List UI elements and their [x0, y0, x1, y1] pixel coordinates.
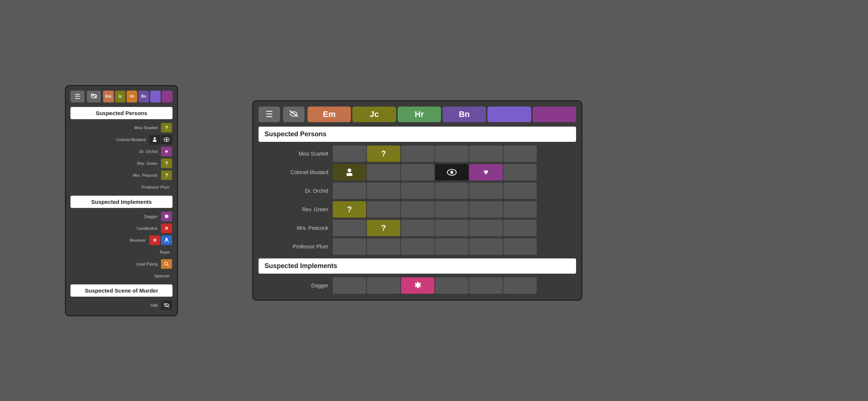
cell-dagger-hr[interactable]: ✱: [401, 277, 434, 294]
cell-green-p6[interactable]: [503, 201, 537, 218]
large-tab-jc[interactable]: Jc: [352, 107, 396, 122]
row-prof-plum-large: Professor Plum: [259, 238, 576, 255]
cell-peacock-p6[interactable]: [503, 220, 537, 236]
cell-scarlett-bn[interactable]: [435, 146, 468, 162]
cell-scarlett-jc[interactable]: ?: [367, 146, 400, 162]
cell-plum-p6[interactable]: [503, 238, 537, 255]
cell-scarlett-p6[interactable]: [503, 146, 537, 162]
cell-peacock-em[interactable]: [333, 220, 366, 236]
small-tab-em[interactable]: Em: [103, 91, 114, 102]
cell-green-p5[interactable]: [469, 201, 503, 218]
cell-green-question-small[interactable]: ?: [161, 159, 172, 168]
cell-scarlett-jc-small[interactable]: ?: [161, 123, 172, 133]
cell-scarlett-p5[interactable]: [469, 146, 503, 162]
small-menu-button[interactable]: ☰: [70, 91, 85, 102]
row-prof-plum-small: Professor Plum: [70, 182, 172, 193]
cell-green-em[interactable]: ?: [333, 201, 366, 218]
large-hide-button[interactable]: [283, 107, 305, 122]
label-colonel-mustard-small: Colonel Mustard: [70, 137, 149, 142]
implements-grid-small: Dagger ✱ Candlestick ✕ Revolver ✕ Rope L…: [70, 211, 172, 281]
small-player-tabs: Em Jc Hr Bn: [103, 91, 172, 102]
cell-dagger-bn[interactable]: [435, 277, 468, 294]
cell-dagger-p5[interactable]: [469, 277, 503, 294]
cell-mustard-bn-eye[interactable]: [435, 164, 468, 180]
cell-mustard-jc[interactable]: [367, 164, 400, 180]
cell-mustard-eye-small[interactable]: [161, 135, 172, 144]
large-player-tabs: Em Jc Hr Bn: [308, 107, 576, 122]
cell-mustard-p5-heart[interactable]: ♥: [469, 164, 503, 180]
peacock-cells: ?: [333, 220, 576, 236]
persons-header-large: Suspected Persons: [259, 127, 576, 142]
label-prof-plum-large: Professor Plum: [259, 244, 333, 250]
svg-point-15: [450, 171, 453, 174]
cell-plum-jc[interactable]: [367, 238, 400, 255]
large-tab-em[interactable]: Em: [308, 107, 351, 122]
label-hall-small: Hall: [70, 303, 161, 307]
persons-grid-small: Miss Scarlett ? Colonel Mustard Dr. Orch…: [70, 122, 172, 193]
cell-orchid-bn[interactable]: [435, 183, 468, 199]
persons-grid-large: Miss Scarlett ? Colonel Mustard: [259, 145, 576, 255]
label-prof-plum-small: Professor Plum: [70, 185, 172, 189]
svg-rect-3: [154, 137, 155, 138]
cell-mustard-em[interactable]: [333, 164, 366, 180]
cell-plum-em[interactable]: [333, 238, 366, 255]
mustard-cells: ♥: [333, 164, 576, 180]
cell-peacock-question-small[interactable]: ?: [161, 170, 172, 180]
large-menu-button[interactable]: ☰: [259, 107, 280, 122]
cell-peacock-bn[interactable]: [435, 220, 468, 236]
small-tab-p6[interactable]: [162, 91, 172, 102]
scarlett-cells: ?: [333, 146, 576, 162]
small-hide-button[interactable]: [87, 91, 101, 102]
cell-green-hr[interactable]: [401, 201, 434, 218]
cell-orchid-jc[interactable]: [367, 183, 400, 199]
cell-mustard-hr[interactable]: [401, 164, 434, 180]
small-tab-jc[interactable]: Jc: [115, 91, 126, 102]
cell-dagger-p6[interactable]: [503, 277, 537, 294]
large-tab-bn[interactable]: Bn: [443, 107, 486, 122]
row-colonel-mustard-large: Colonel Mustard ♥: [259, 163, 576, 181]
cell-plum-bn[interactable]: [435, 238, 468, 255]
row-mrs-peacock-small: Mrs. Peacock ?: [70, 170, 172, 181]
cell-lead-piping-search-small[interactable]: [161, 259, 172, 269]
eye-slash-icon: [90, 93, 98, 100]
row-dr-orchid-large: Dr. Orchid: [259, 182, 576, 200]
cell-orchid-em[interactable]: [333, 183, 366, 199]
cell-green-bn[interactable]: [435, 201, 468, 218]
small-tab-p5[interactable]: [150, 91, 161, 102]
implements-grid-large: Dagger ✱: [259, 277, 576, 294]
cell-dagger-asterisk-small[interactable]: ✱: [161, 212, 172, 221]
cell-peacock-jc[interactable]: ?: [367, 220, 400, 236]
cell-peacock-p5[interactable]: [469, 220, 503, 236]
orchid-cells: [333, 183, 576, 199]
label-rev-green-large: Rev. Green: [259, 206, 333, 212]
small-tab-bn[interactable]: Bn: [138, 91, 149, 102]
label-lead-piping-small: Lead Piping: [70, 262, 161, 266]
cell-mustard-p6[interactable]: [503, 164, 537, 180]
cell-orchid-hr[interactable]: [401, 183, 434, 199]
cell-candlestick-x-small[interactable]: ✕: [161, 224, 172, 233]
cell-plum-hr[interactable]: [401, 238, 434, 255]
cell-revolver-person-small[interactable]: [161, 235, 172, 245]
svg-line-8: [167, 265, 169, 266]
cell-hall-eyeslash-small[interactable]: [161, 300, 172, 310]
cell-scarlett-em[interactable]: [333, 146, 366, 162]
large-tab-hr[interactable]: Hr: [398, 107, 441, 122]
cell-mustard-em-small[interactable]: [149, 135, 160, 144]
small-tab-hr[interactable]: Hr: [126, 91, 137, 102]
scene-grid-small: Hall: [70, 300, 172, 311]
cell-orchid-heart-small[interactable]: ♥: [161, 147, 172, 156]
large-tab-p6[interactable]: [533, 107, 576, 122]
cell-orchid-p6[interactable]: [503, 183, 537, 199]
cell-orchid-p5[interactable]: [469, 183, 503, 199]
small-panel: ☰ Em Jc Hr Bn Suspected Persons Miss Sca…: [65, 85, 178, 316]
cell-green-jc[interactable]: [367, 201, 400, 218]
cell-dagger-em[interactable]: [333, 277, 366, 294]
cell-scarlett-hr[interactable]: [401, 146, 434, 162]
cell-revolver-x-small[interactable]: ✕: [149, 235, 160, 245]
large-tab-p5[interactable]: [487, 107, 531, 122]
cell-dagger-jc[interactable]: [367, 277, 400, 294]
cell-plum-p5[interactable]: [469, 238, 503, 255]
cell-peacock-hr[interactable]: [401, 220, 434, 236]
large-menu-icon: ☰: [266, 110, 273, 119]
row-colonel-mustard-small: Colonel Mustard: [70, 134, 172, 145]
